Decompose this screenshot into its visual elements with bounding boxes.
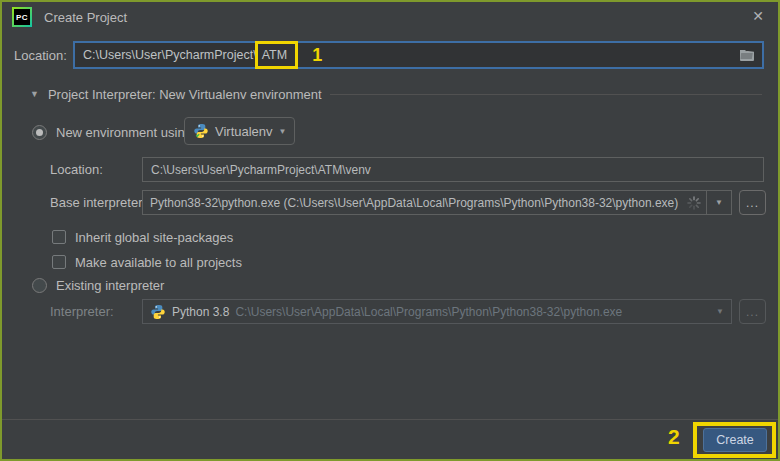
section-divider-line [330,94,762,95]
existing-interpreter-radio[interactable] [32,278,47,293]
section-header-label: Project Interpreter: New Virtualenv envi… [48,87,322,102]
existing-interpreter-radio-row[interactable]: Existing interpreter [32,275,164,295]
new-environment-radio[interactable] [32,125,47,140]
spinner-icon [687,196,701,210]
pycharm-logo-text: PC [14,9,30,25]
dropdown-arrow-icon[interactable]: ▼ [716,307,724,316]
existing-interpreter-combo[interactable]: Python 3.8 C:\Users\User\AppData\Local\P… [142,299,732,324]
annotation-1-highlight-box: ATM [255,41,298,69]
python-icon [150,304,166,320]
dropdown-arrow-icon[interactable]: ▼ [279,127,287,136]
venv-location-input[interactable]: C:\Users\User\PycharmProject\ATM\venv [142,157,764,182]
base-interpreter-browse-button[interactable]: ... [739,190,766,215]
close-icon[interactable]: ✕ [752,8,764,24]
make-available-row[interactable]: Make available to all projects [52,252,242,272]
environment-type-select[interactable]: Virtualenv ▼ [184,117,295,145]
project-location-path: C:\Users\User\PycharmProject\ [83,48,257,62]
annotation-2-number: 2 [668,425,680,449]
project-location-label: Location: [14,48,67,63]
pycharm-logo-icon: PC [12,7,32,27]
inherit-site-packages-row[interactable]: Inherit global site-packages [52,227,233,247]
dropdown-arrow-icon[interactable]: ▼ [707,191,731,214]
new-environment-label: New environment using [56,125,192,140]
base-interpreter-label: Base interpreter: [50,195,146,210]
dialog-title: Create Project [44,10,127,25]
venv-location-label: Location: [50,162,103,177]
interpreter-browse-button[interactable]: ... [739,299,766,324]
python-virtualenv-icon [193,123,209,139]
folder-browse-icon[interactable] [739,49,755,62]
project-interpreter-section-header[interactable]: ▼ Project Interpreter: New Virtualenv en… [30,85,762,103]
base-interpreter-value: Python38-32\python.exe (C:\Users\User\Ap… [150,196,682,210]
create-button[interactable]: Create [703,428,767,452]
new-environment-radio-row[interactable]: New environment using [32,122,192,142]
title-bar: PC Create Project ✕ [2,2,778,32]
inherit-site-packages-label: Inherit global site-packages [75,230,233,245]
environment-type-value: Virtualenv [215,124,273,139]
existing-interpreter-label: Existing interpreter [56,278,164,293]
interpreter-label: Interpreter: [50,304,114,319]
footer-divider [2,419,778,420]
create-project-dialog: PC Create Project ✕ Location: C:\Users\U… [0,0,780,461]
interpreter-path: C:\Users\User\AppData\Local\Programs\Pyt… [235,305,710,319]
make-available-label: Make available to all projects [75,255,242,270]
project-location-input[interactable]: C:\Users\User\PycharmProject\ATM 1 [73,41,764,69]
make-available-checkbox[interactable] [52,255,66,269]
inherit-site-packages-checkbox[interactable] [52,230,66,244]
annotation-1-number: 1 [312,45,322,66]
venv-location-value: C:\Users\User\PycharmProject\ATM\venv [151,163,371,177]
chevron-down-icon[interactable]: ▼ [30,89,39,99]
base-interpreter-combo[interactable]: Python38-32\python.exe (C:\Users\User\Ap… [142,190,732,215]
project-name-highlighted: ATM [262,48,287,62]
interpreter-name: Python 3.8 [172,305,229,319]
